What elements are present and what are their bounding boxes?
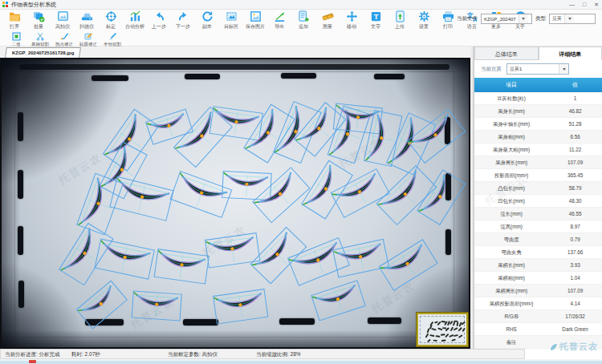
- pod-annotation[interactable]: [146, 109, 193, 144]
- svg-text:T: T: [373, 13, 378, 21]
- batch-button[interactable]: 批量: [26, 10, 51, 30]
- scanner-button[interactable]: 扫描仪: [75, 10, 99, 30]
- row-item-label: 弦高(mm): [474, 220, 548, 233]
- save-image-button[interactable]: 保存图片: [243, 10, 267, 30]
- current-pod-select[interactable]: 豆荚1: [506, 63, 569, 75]
- column-header-value: 值: [548, 78, 602, 92]
- row-item-label: 备注: [474, 336, 548, 348]
- type-select[interactable]: 豆荚: [549, 14, 596, 24]
- calibration-button[interactable]: 标定: [99, 10, 123, 30]
- document-tab[interactable]: KZGP_20240725161728.jpg: [5, 47, 81, 58]
- app-logo-icon: [2, 2, 8, 7]
- table-row: 凸包长(mm)58.79: [474, 182, 602, 195]
- target-region-icon: [226, 10, 238, 22]
- open-folder-button[interactable]: 打开: [2, 10, 26, 30]
- text-button[interactable]: T文字: [364, 10, 388, 30]
- duplicate-icon: [201, 10, 214, 22]
- bottom-strip: [0, 359, 602, 364]
- pod-annotation[interactable]: [302, 160, 352, 219]
- manual-cut-icon: [108, 31, 117, 41]
- pod-annotation[interactable]: [288, 238, 350, 285]
- tab-overall-results[interactable]: 总体结果: [474, 47, 539, 60]
- upload-icon: [394, 10, 406, 22]
- stalk-cut-button[interactable]: 果柄切割: [28, 31, 52, 47]
- pod-annotation[interactable]: [408, 109, 466, 163]
- table-row: 果柄周长(mm)107.09: [474, 285, 602, 297]
- export-button[interactable]: 导出: [267, 10, 291, 30]
- close-button[interactable]: ✕: [594, 0, 599, 9]
- pod-annotation[interactable]: [95, 239, 154, 279]
- row-item-value: 3.93: [548, 259, 602, 271]
- maximize-button[interactable]: □: [583, 0, 586, 9]
- tab-detail-results[interactable]: 详细结果: [539, 47, 602, 60]
- main-toolbar-buttons: 打开批量高拍仪扫描仪标定自动分析上一步下一步副本目标区保存图片导出追加测量移动T…: [2, 10, 532, 30]
- inflection-fix-button[interactable]: 拐点修正: [52, 31, 76, 47]
- pod-annotation[interactable]: [387, 113, 436, 175]
- doc-camera-button[interactable]: 高拍仪: [51, 10, 75, 30]
- pod-annotation[interactable]: [132, 291, 181, 321]
- pod-annotation[interactable]: [244, 104, 295, 163]
- overview-thumbnail[interactable]: [417, 313, 468, 346]
- measure-button[interactable]: 测量: [315, 10, 340, 30]
- status-item: 当前缩放比例: 28%: [256, 350, 301, 359]
- row-item-label: 果身最大粗(mm): [474, 144, 548, 156]
- pod-annotation[interactable]: [214, 289, 268, 324]
- status-item: 当前分析进度: 分析完成: [5, 350, 60, 359]
- target-region-button[interactable]: 目标区: [219, 10, 243, 30]
- current-file-label: 当前文件: [457, 15, 478, 22]
- pod-annotation[interactable]: [379, 240, 437, 290]
- chevron-down-icon[interactable]: [564, 14, 574, 23]
- binary-button[interactable]: 二值: [4, 31, 28, 47]
- vendor-watermark: 托普云农: [550, 341, 598, 353]
- pod-annotations-layer: [0, 58, 470, 349]
- export-icon: [274, 10, 286, 22]
- scanner-icon: [81, 10, 93, 22]
- auto-analysis-button[interactable]: 自动分析: [123, 10, 147, 30]
- pod-annotation[interactable]: [311, 281, 365, 321]
- chevron-down-icon[interactable]: [519, 14, 528, 23]
- image-canvas[interactable]: 托普云农 托普云农 托普云农 托普云农 托普云农: [0, 58, 470, 349]
- chevron-down-icon[interactable]: [559, 64, 568, 74]
- results-table-header: 项目 值: [474, 78, 602, 92]
- pod-annotation[interactable]: [253, 168, 310, 223]
- secondary-toolbar-buttons: 二值果柄切割拐点修正轮廓修正手动切割: [4, 31, 124, 47]
- pod-annotation[interactable]: [331, 169, 389, 218]
- pod-annotation[interactable]: [100, 142, 147, 199]
- undo-button[interactable]: 上一步: [147, 10, 171, 30]
- pod-annotation[interactable]: [417, 170, 466, 224]
- pod-annotation[interactable]: [250, 228, 307, 284]
- document-tabbar: KZGP_20240725161728.jpg: [0, 47, 470, 58]
- pod-annotation[interactable]: [110, 176, 173, 220]
- row-item-label: 果柄粗(mm): [474, 272, 548, 284]
- table-row: R/G/B17/26/32: [474, 310, 602, 323]
- pod-annotation[interactable]: [333, 103, 382, 134]
- pod-annotation[interactable]: [103, 109, 158, 171]
- auto-analysis-icon: [129, 10, 141, 22]
- row-item-value: 6.56: [548, 131, 602, 143]
- redo-button[interactable]: 下一步: [171, 10, 195, 30]
- upload-button[interactable]: 上传: [388, 10, 412, 30]
- row-item-value: 58.79: [548, 182, 602, 194]
- minimize-button[interactable]: —: [569, 0, 575, 9]
- table-row: 果身粗(mm)6.56: [474, 131, 602, 144]
- move-button[interactable]: 移动: [340, 10, 364, 30]
- contour-fix-button[interactable]: 轮廓修正: [76, 31, 100, 47]
- table-row: 弯曲度0.79: [474, 233, 602, 246]
- row-item-label: R/G/B: [474, 310, 548, 322]
- overview-thumbnail-content: [418, 314, 466, 345]
- type-label: 类型: [535, 15, 546, 22]
- row-item-value: Dark Green: [548, 323, 602, 335]
- row-item-value: 1: [548, 92, 602, 104]
- duplicate-button[interactable]: 副本: [195, 10, 219, 30]
- settings-button[interactable]: 设置: [412, 10, 436, 30]
- app-window: 作物表型分析系统 — □ ✕ 打开批量高拍仪扫描仪标定自动分析上一步下一步副本目…: [0, 0, 602, 364]
- row-item-value: 137.66: [548, 246, 602, 258]
- append-button[interactable]: 追加: [291, 10, 315, 30]
- pod-annotation[interactable]: [76, 281, 127, 329]
- manual-cut-button[interactable]: 手动切割: [100, 31, 124, 47]
- pod-annotation[interactable]: [209, 107, 262, 140]
- pod-annotation[interactable]: [154, 249, 209, 284]
- append-icon: [298, 10, 310, 22]
- current-file-select[interactable]: KZGP_202407: [481, 14, 532, 24]
- secondary-toolbar: 二值果柄切割拐点修正轮廓修正手动切割: [0, 31, 602, 47]
